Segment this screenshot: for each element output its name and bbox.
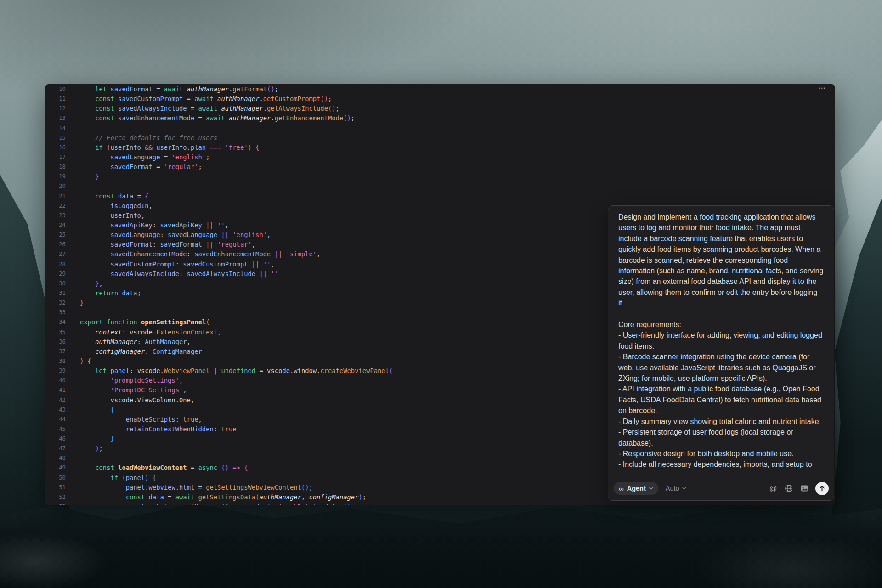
code-line: 19 } xyxy=(45,172,835,181)
code-line: 20 xyxy=(45,181,835,191)
prompt-message: Design and implement a food tracking app… xyxy=(618,212,825,472)
line-number: 19 xyxy=(45,172,66,181)
line-number: 24 xyxy=(45,220,66,230)
line-number: 53 xyxy=(45,502,66,505)
code-line: 17 savedLanguage = 'english'; xyxy=(45,153,835,162)
line-number: 17 xyxy=(45,153,66,162)
prompt-line: - Barcode scanner integration using the … xyxy=(618,351,825,384)
model-selector-auto[interactable]: Auto xyxy=(666,485,686,492)
agent-mode-label: Agent xyxy=(627,485,646,492)
agent-mode-button[interactable]: ∞ Agent xyxy=(614,482,658,495)
line-number: 32 xyxy=(45,298,66,308)
line-number: 49 xyxy=(45,463,66,473)
line-number: 52 xyxy=(45,492,66,502)
code-line: 18 savedFormat = 'regular'; xyxy=(45,162,835,172)
line-number: 44 xyxy=(45,415,66,424)
code-line: 14 xyxy=(45,124,835,133)
line-number: 48 xyxy=(45,453,66,463)
prompt-line xyxy=(618,309,825,319)
line-number: 13 xyxy=(45,113,66,123)
line-number: 18 xyxy=(45,162,66,172)
line-number: 26 xyxy=(45,240,66,249)
line-number: 10 xyxy=(45,85,66,94)
chevron-down-icon xyxy=(649,487,653,490)
prompt-line: Core requirements: xyxy=(618,319,825,330)
line-number: 31 xyxy=(45,288,66,298)
line-number: 50 xyxy=(45,473,66,483)
ellipsis-menu-button[interactable]: ••• xyxy=(819,85,826,91)
send-button[interactable] xyxy=(815,482,829,495)
line-number: 23 xyxy=(45,211,66,220)
code-line: 15 // Force defaults for free users xyxy=(45,133,835,143)
line-number: 14 xyxy=(45,124,66,133)
line-number: 40 xyxy=(45,376,66,385)
line-number: 47 xyxy=(45,444,66,453)
line-number: 15 xyxy=(45,133,66,143)
line-number: 33 xyxy=(45,308,66,317)
line-number: 38 xyxy=(45,356,66,366)
globe-icon xyxy=(785,484,793,492)
line-number: 41 xyxy=(45,385,66,395)
line-number: 29 xyxy=(45,269,66,279)
line-number: 42 xyxy=(45,396,66,405)
line-number: 12 xyxy=(45,104,66,113)
prompt-line: Design and implement a food tracking app… xyxy=(618,212,825,309)
arrow-up-icon xyxy=(819,485,825,492)
web-search-button[interactable] xyxy=(783,483,794,494)
prompt-line: - Include all necessary dependencies, im… xyxy=(618,459,825,472)
prompt-line: - API integration with a public food dat… xyxy=(618,384,825,416)
prompt-line: - Daily summary view showing total calor… xyxy=(618,416,825,427)
model-selector-label: Auto xyxy=(666,485,679,492)
code-line: 12 const savedAlwaysInclude = await auth… xyxy=(45,104,835,113)
chat-panel: Design and implement a food tracking app… xyxy=(608,205,834,501)
line-number: 22 xyxy=(45,201,66,211)
at-icon: @ xyxy=(769,484,777,493)
line-number: 45 xyxy=(45,424,66,434)
code-line: 16 if (userInfo && userInfo.plan === 'fr… xyxy=(45,143,835,153)
line-number: 43 xyxy=(45,405,66,415)
line-number: 30 xyxy=(45,279,66,288)
line-number: 35 xyxy=(45,328,66,337)
indent-guide xyxy=(111,483,111,505)
line-number: 28 xyxy=(45,260,66,269)
composer-toolbar: ∞ Agent Auto @ xyxy=(614,481,829,495)
line-number: 16 xyxy=(45,143,66,153)
line-number: 21 xyxy=(45,192,66,201)
line-number: 37 xyxy=(45,347,66,356)
prompt-line: - Responsive design for both desktop and… xyxy=(618,448,825,459)
code-line: 21 const data = { xyxy=(45,192,835,201)
line-number: 20 xyxy=(45,181,66,191)
code-line: 53 panel.webview.postMessage({ command: … xyxy=(45,502,835,505)
prompt-line: - Persistent storage of user food logs (… xyxy=(618,427,825,448)
prompt-line: - User-friendly interface for adding, vi… xyxy=(618,330,825,351)
line-number: 39 xyxy=(45,366,66,376)
at-mention-button[interactable]: @ xyxy=(768,483,779,494)
line-number: 36 xyxy=(45,337,66,347)
code-line: 11 const savedCustomPrompt = await authM… xyxy=(45,94,835,104)
indent-guide xyxy=(96,87,96,299)
image-icon xyxy=(800,485,808,492)
line-number: 34 xyxy=(45,317,66,327)
line-number: 27 xyxy=(45,249,66,259)
line-number: 25 xyxy=(45,230,66,240)
chevron-down-icon xyxy=(682,487,686,490)
line-number: 11 xyxy=(45,94,66,104)
attach-image-button[interactable] xyxy=(799,483,810,494)
line-number: 51 xyxy=(45,483,66,492)
line-number: 46 xyxy=(45,434,66,444)
infinity-icon: ∞ xyxy=(619,485,624,492)
code-line: 10 let savedFormat = await authManager.g… xyxy=(45,85,835,94)
indent-guide xyxy=(111,415,111,435)
code-line: 13 const savedEnhancementMode = await au… xyxy=(45,113,835,123)
indent-guide xyxy=(96,328,96,505)
